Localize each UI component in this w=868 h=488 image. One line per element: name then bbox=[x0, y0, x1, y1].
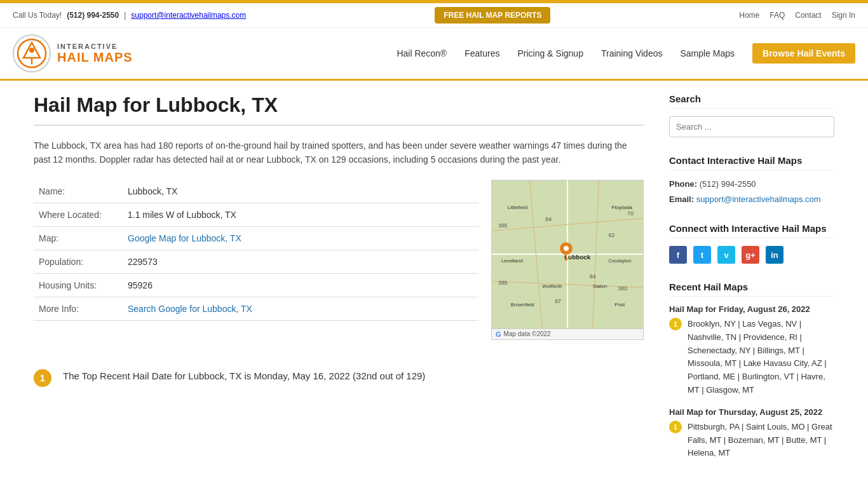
recent-maps-section: Recent Hail Maps Hail Map for Friday, Au… bbox=[669, 281, 834, 460]
nav-browse-events[interactable]: Browse Hail Events bbox=[752, 43, 855, 64]
search-section: Search bbox=[669, 93, 834, 137]
svg-text:87: 87 bbox=[555, 298, 561, 304]
table-row: Housing Units:95926 bbox=[34, 273, 478, 297]
top-bar-nav: Home FAQ Contact Sign In bbox=[739, 11, 855, 20]
hail-date-text: The Top Recent Hail Date for Lubbock, TX… bbox=[63, 369, 425, 384]
recent-map-item: Hail Map for Thursday, August 25, 20221P… bbox=[669, 407, 834, 460]
connect-section: Connect with Interactive Hail Maps f t v… bbox=[669, 223, 834, 264]
map-container: 385 385 70 84 84 62 87 380 Littlefield F… bbox=[491, 180, 644, 340]
main-nav: Hail Recon® Features Pricing & Signup Tr… bbox=[397, 43, 855, 64]
page-title: Hail Map for Lubbock, TX bbox=[34, 93, 644, 126]
info-label: Map: bbox=[34, 226, 123, 250]
social-icons-row: f t v g+ in bbox=[669, 246, 834, 264]
svg-text:Crosbyton: Crosbyton bbox=[608, 258, 631, 264]
info-value: Search Google for Lubbock, TX bbox=[123, 297, 478, 320]
search-input[interactable] bbox=[669, 116, 834, 137]
svg-text:Lubbock: Lubbock bbox=[564, 254, 591, 261]
info-value: 229573 bbox=[123, 250, 478, 273]
separator: | bbox=[124, 11, 126, 20]
svg-text:385: 385 bbox=[498, 279, 508, 285]
top-bar-contact: Call Us Today! (512) 994-2550 | support@… bbox=[13, 11, 246, 20]
email-value[interactable]: support@interactivehailmaps.com bbox=[696, 194, 821, 204]
recent-map-title[interactable]: Hail Map for Friday, August 26, 2022 bbox=[669, 304, 834, 314]
recent-maps-list: Hail Map for Friday, August 26, 20221Bro… bbox=[669, 304, 834, 460]
svg-text:Floydada: Floydada bbox=[611, 204, 632, 210]
connect-heading: Connect with Interactive Hail Maps bbox=[669, 223, 834, 238]
city-description: The Lubbock, TX area has had 180 reports… bbox=[34, 139, 644, 167]
svg-text:380: 380 bbox=[618, 285, 627, 292]
svg-text:70: 70 bbox=[627, 210, 634, 216]
info-label: Where Located: bbox=[34, 203, 123, 226]
map-credit-text: Map data ©2022 bbox=[504, 330, 551, 337]
table-row: Name:Lubbock, TX bbox=[34, 180, 478, 203]
info-label: Housing Units: bbox=[34, 273, 123, 297]
twitter-icon[interactable]: t bbox=[693, 246, 711, 264]
recent-map-links: Pittsburgh, PA | Saint Louis, MO | Great… bbox=[688, 421, 834, 460]
vimeo-icon[interactable]: v bbox=[717, 246, 735, 264]
nav-hail-recon[interactable]: Hail Recon® bbox=[397, 48, 447, 58]
table-row: Map:Google Map for Lubbock, TX bbox=[34, 226, 478, 250]
hail-info-box: 1 The Top Recent Hail Date for Lubbock, … bbox=[34, 359, 644, 397]
logo-line2: HAIL MAPS bbox=[57, 50, 133, 65]
google-logo-text: G bbox=[496, 330, 501, 338]
cta-button[interactable]: FREE HAIL MAP REPORTS bbox=[435, 7, 550, 24]
sidebar: Search Contact Interactive Hail Maps Pho… bbox=[669, 93, 834, 478]
email-label: Email: bbox=[669, 194, 694, 204]
email-link[interactable]: support@interactivehailmaps.com bbox=[131, 11, 246, 20]
contact-phone: Phone: (512) 994-2550 bbox=[669, 178, 834, 191]
map-credit: G Map data ©2022 bbox=[491, 329, 644, 340]
phone-value: (512) 994-2550 bbox=[700, 179, 756, 189]
svg-text:Brownfield: Brownfield bbox=[511, 302, 534, 308]
nav-sample-maps[interactable]: Sample Maps bbox=[680, 48, 735, 58]
svg-text:84: 84 bbox=[590, 273, 596, 279]
recent-map-links: Brooklyn, NY | Las Vegas, NV | Nashville… bbox=[688, 318, 834, 397]
call-label: Call Us Today! bbox=[13, 11, 62, 20]
nav-features[interactable]: Features bbox=[465, 48, 499, 58]
info-value: Lubbock, TX bbox=[123, 180, 478, 203]
topnav-signin[interactable]: Sign In bbox=[832, 11, 855, 20]
contact-section: Contact Interactive Hail Maps Phone: (51… bbox=[669, 155, 834, 205]
top-bar: Call Us Today! (512) 994-2550 | support@… bbox=[0, 3, 868, 28]
nav-training[interactable]: Training Videos bbox=[601, 48, 663, 58]
phone-label: Phone: bbox=[669, 179, 697, 189]
facebook-icon[interactable]: f bbox=[669, 246, 687, 264]
main-content: Hail Map for Lubbock, TX The Lubbock, TX… bbox=[34, 93, 644, 478]
info-table-wrapper: Name:Lubbock, TXWhere Located:1.1 miles … bbox=[34, 180, 478, 321]
svg-text:Littlefield: Littlefield bbox=[508, 204, 527, 210]
logo-icon bbox=[13, 34, 51, 72]
info-label: Population: bbox=[34, 250, 123, 273]
svg-text:Post: Post bbox=[614, 302, 625, 308]
recent-map-title[interactable]: Hail Map for Thursday, August 25, 2022 bbox=[669, 407, 834, 417]
nav-pricing[interactable]: Pricing & Signup bbox=[517, 48, 583, 58]
logo-text: INTERACTIVE HAIL MAPS bbox=[57, 43, 133, 65]
contact-heading: Contact Interactive Hail Maps bbox=[669, 155, 834, 170]
info-value: 1.1 miles W of Lubbock, TX bbox=[123, 203, 478, 226]
contact-email: Email: support@interactivehailmaps.com bbox=[669, 193, 834, 206]
table-row: Population:229573 bbox=[34, 250, 478, 273]
topnav-contact[interactable]: Contact bbox=[795, 11, 821, 20]
search-heading: Search bbox=[669, 93, 834, 109]
topnav-home[interactable]: Home bbox=[739, 11, 759, 20]
info-table: Name:Lubbock, TXWhere Located:1.1 miles … bbox=[34, 180, 478, 321]
svg-text:Wolfforth: Wolfforth bbox=[542, 283, 562, 288]
linkedin-icon[interactable]: in bbox=[766, 246, 783, 264]
svg-text:385: 385 bbox=[498, 222, 508, 229]
recent-map-badge: 1 bbox=[669, 421, 682, 433]
svg-text:84: 84 bbox=[545, 216, 552, 222]
map-image[interactable]: 385 385 70 84 84 62 87 380 Littlefield F… bbox=[491, 180, 644, 329]
google-plus-icon[interactable]: g+ bbox=[742, 246, 759, 264]
svg-text:62: 62 bbox=[608, 232, 614, 238]
svg-point-3 bbox=[29, 48, 34, 53]
info-value: Google Map for Lubbock, TX bbox=[123, 226, 478, 250]
info-map-row: Name:Lubbock, TXWhere Located:1.1 miles … bbox=[34, 180, 644, 340]
recent-map-badge: 1 bbox=[669, 318, 682, 330]
info-label: Name: bbox=[34, 180, 123, 203]
info-label: More Info: bbox=[34, 297, 123, 320]
page-layout: Hail Map for Lubbock, TX The Lubbock, TX… bbox=[21, 81, 847, 488]
recent-map-item: Hail Map for Friday, August 26, 20221Bro… bbox=[669, 304, 834, 397]
topnav-faq[interactable]: FAQ bbox=[770, 11, 785, 20]
svg-text:Slaton: Slaton bbox=[593, 283, 607, 288]
site-logo[interactable]: INTERACTIVE HAIL MAPS bbox=[13, 34, 133, 72]
hail-number-badge: 1 bbox=[34, 369, 51, 387]
table-row: Where Located:1.1 miles W of Lubbock, TX bbox=[34, 203, 478, 226]
